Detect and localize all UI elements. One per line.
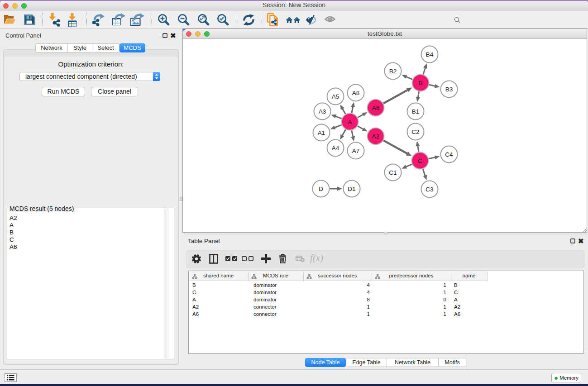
svg-text:A8: A8 [352,90,360,96]
svg-text:C2: C2 [411,129,419,135]
svg-text:A6: A6 [372,105,380,111]
svg-text:A3: A3 [319,108,326,115]
svg-text:A7: A7 [352,148,360,154]
svg-text:B3: B3 [445,86,453,93]
svg-text:B1: B1 [412,108,420,115]
svg-text:D1: D1 [348,186,355,192]
svg-text:B: B [418,80,422,86]
svg-text:A2: A2 [372,133,380,140]
svg-text:B2: B2 [389,68,397,75]
svg-text:C1: C1 [389,169,397,176]
svg-text:A4: A4 [332,145,339,152]
svg-text:A5: A5 [332,93,339,100]
svg-text:B4: B4 [426,51,434,58]
svg-text:D: D [319,186,323,192]
svg-text:A1: A1 [318,129,325,136]
svg-text:C: C [418,157,422,164]
svg-text:C4: C4 [445,151,453,158]
svg-text:A: A [348,119,352,125]
svg-text:C3: C3 [425,186,433,193]
